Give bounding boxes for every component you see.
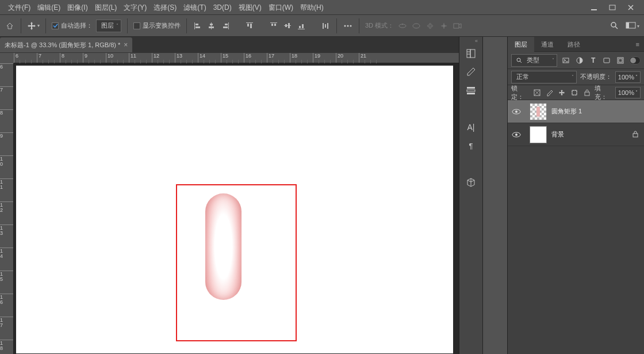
ruler-horizontal[interactable]: 6789101112131415161718192021 <box>14 53 483 63</box>
3d-rotate-icon[interactable] <box>411 19 421 33</box>
fill-input[interactable]: 100% ˅ <box>615 87 641 98</box>
opacity-input[interactable]: 100% ˅ <box>615 71 641 83</box>
filter-adjustment-icon[interactable] <box>574 55 585 66</box>
3d-camera-icon[interactable] <box>453 19 463 33</box>
svg-rect-17 <box>284 25 291 26</box>
svg-rect-5 <box>211 22 212 29</box>
svg-point-55 <box>515 134 518 136</box>
distribute-horizontal-icon[interactable] <box>320 19 331 33</box>
menu-3d[interactable]: 3D(D) <box>210 0 235 15</box>
align-left-icon[interactable] <box>193 19 203 33</box>
history-panel-icon[interactable] <box>465 48 477 59</box>
screen-mode-icon[interactable]: ▾ <box>626 19 639 33</box>
lock-paint-icon[interactable] <box>545 88 555 97</box>
ruler-vertical[interactable]: 6789101112131415161718 <box>0 63 14 354</box>
canvas[interactable] <box>16 66 453 353</box>
close-tab-icon[interactable]: × <box>124 41 128 49</box>
distribute-vcenter-icon[interactable] <box>282 19 293 33</box>
svg-rect-48 <box>619 59 622 62</box>
tab-paths[interactable]: 路径 <box>561 37 587 52</box>
svg-rect-24 <box>325 24 326 28</box>
lock-artboard-icon[interactable] <box>569 88 580 97</box>
auto-select-checkbox[interactable]: 自动选择： <box>52 21 93 30</box>
svg-rect-21 <box>299 26 301 28</box>
filter-type-dropdown[interactable]: 类型 ˅ <box>511 54 557 67</box>
3d-slide-icon[interactable] <box>439 19 449 33</box>
show-transform-checkbox[interactable]: 显示变换控件 <box>133 21 181 30</box>
svg-rect-50 <box>572 90 577 95</box>
3d-pan-icon[interactable] <box>425 19 435 33</box>
filter-toggle-switch[interactable] <box>629 56 641 64</box>
menu-view[interactable]: 视图(V) <box>235 0 265 15</box>
filter-type-icon[interactable]: T <box>588 55 599 66</box>
canvas-area[interactable]: 6789101112131415161718192021 67891011121… <box>0 53 483 354</box>
filter-smart-icon[interactable] <box>615 55 626 66</box>
svg-rect-40 <box>467 90 475 92</box>
layer-row[interactable]: 背景 <box>508 123 644 146</box>
svg-point-30 <box>402 24 403 25</box>
brush-panel-icon[interactable] <box>465 67 477 77</box>
tab-channels[interactable]: 通道 <box>534 37 561 52</box>
home-icon[interactable] <box>5 19 15 33</box>
rounded-rectangle-shape[interactable] <box>205 193 241 300</box>
workspace: 未标题-1 @ 33.3% (圆角矩形 1, RGB/8) * × 678910… <box>0 37 483 354</box>
3d-orbit-icon[interactable] <box>397 19 408 33</box>
visibility-toggle-icon[interactable] <box>508 131 525 138</box>
svg-rect-6 <box>210 24 213 25</box>
window-close-icon[interactable] <box>622 2 639 13</box>
chevron-down-icon: ˅ <box>116 23 118 28</box>
svg-rect-35 <box>626 22 635 28</box>
paragraph-panel-icon[interactable]: ¶ <box>465 140 477 151</box>
menu-layer[interactable]: 图层(L) <box>91 0 121 15</box>
auto-select-label: 自动选择： <box>61 21 93 30</box>
layer-filter-row: 类型 ˅ T <box>508 52 644 69</box>
lock-position-icon[interactable] <box>557 88 568 97</box>
layer-thumbnail[interactable] <box>530 103 547 120</box>
layer-name[interactable]: 背景 <box>551 130 632 139</box>
auto-select-dropdown[interactable]: 图层 ˅ <box>96 20 121 32</box>
align-right-icon[interactable] <box>220 19 231 33</box>
document-tab[interactable]: 未标题-1 @ 33.3% (圆角矩形 1, RGB/8) * × <box>0 37 132 52</box>
blend-mode-dropdown[interactable]: 正常 ˅ <box>511 71 577 83</box>
distribute-bottom-icon[interactable] <box>296 19 306 33</box>
svg-rect-43 <box>563 58 569 63</box>
search-icon[interactable] <box>610 19 620 33</box>
menu-edit[interactable]: 编辑(E) <box>34 0 64 15</box>
visibility-toggle-icon[interactable] <box>508 108 525 115</box>
blend-opacity-row: 正常 ˅ 不透明度： 100% ˅ <box>508 69 644 85</box>
filter-pixel-icon[interactable] <box>561 55 571 66</box>
menu-help[interactable]: 帮助(H) <box>297 0 327 15</box>
menu-window[interactable]: 窗口(W) <box>265 0 297 15</box>
window-minimize-icon[interactable] <box>585 2 603 13</box>
auto-select-value: 图层 <box>101 21 114 30</box>
lock-all-icon[interactable] <box>582 88 592 97</box>
swatches-panel-icon[interactable] <box>465 85 477 96</box>
window-maximize-icon[interactable] <box>604 2 621 13</box>
menu-file[interactable]: 文件(F) <box>5 0 34 15</box>
move-tool-icon[interactable]: ▾ <box>27 19 40 33</box>
lock-transparency-icon[interactable] <box>532 88 542 97</box>
filter-shape-icon[interactable] <box>601 55 612 66</box>
character-panel-icon[interactable]: A| <box>465 122 477 132</box>
layer-name[interactable]: 圆角矩形 1 <box>551 107 644 116</box>
align-hcenter-icon[interactable] <box>206 19 217 33</box>
3d-panel-icon[interactable] <box>465 177 477 188</box>
svg-point-28 <box>350 25 352 26</box>
svg-rect-11 <box>246 22 253 23</box>
menu-image[interactable]: 图像(I) <box>64 0 91 15</box>
layer-thumbnail[interactable] <box>530 126 547 143</box>
tab-layers[interactable]: 图层 <box>508 37 534 52</box>
panel-menu-icon[interactable]: ≡ <box>631 41 644 48</box>
svg-rect-12 <box>247 24 249 26</box>
menu-filter[interactable]: 滤镜(T) <box>180 0 209 15</box>
svg-point-53 <box>515 111 518 113</box>
layer-row[interactable]: 圆角矩形 1 <box>508 100 644 123</box>
svg-rect-39 <box>467 87 475 89</box>
align-top-icon[interactable] <box>244 19 255 33</box>
menu-type[interactable]: 文字(Y) <box>120 0 150 15</box>
fill-value: 100% <box>618 89 634 96</box>
svg-rect-16 <box>274 24 276 26</box>
menu-select[interactable]: 选择(S) <box>150 0 180 15</box>
distribute-top-icon[interactable] <box>269 19 279 33</box>
more-options-icon[interactable] <box>343 19 353 33</box>
